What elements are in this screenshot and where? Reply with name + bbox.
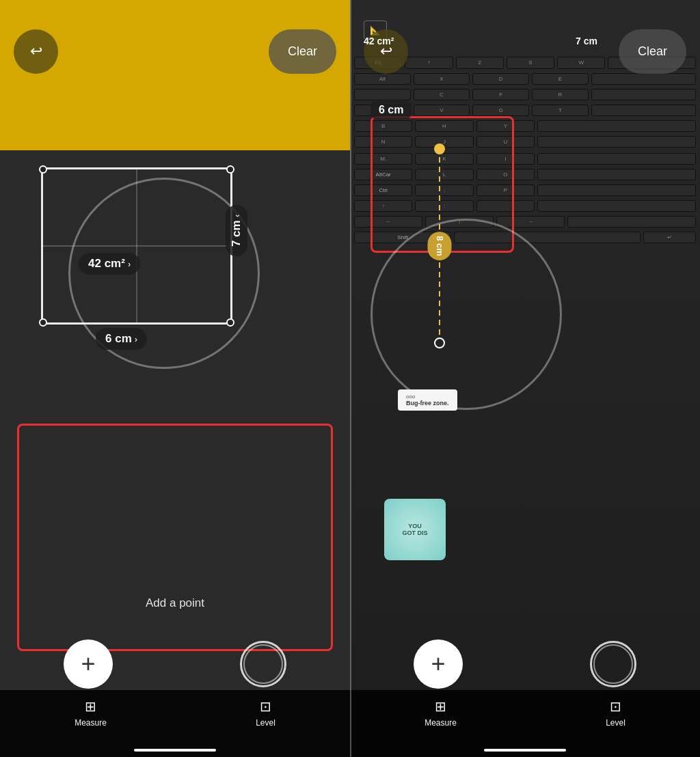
right-nav-indicator bbox=[484, 749, 566, 752]
line-dot-top bbox=[434, 143, 445, 154]
right-screen: Fn ↑ ZS W AltX DE C FR V GT bbox=[350, 0, 700, 757]
left-nav-measure[interactable]: ⊞ Measure bbox=[75, 698, 107, 728]
left-top-bar: ↩ Clear bbox=[0, 0, 350, 82]
left-add-button[interactable]: + bbox=[64, 639, 113, 689]
right-bottom-nav: ⊞ Measure ⊡ Level bbox=[350, 690, 700, 757]
screen-divider bbox=[350, 0, 351, 757]
left-nav-level[interactable]: ⊡ Level bbox=[256, 698, 275, 728]
left-nav-indicator bbox=[134, 749, 216, 752]
right-line-measure-label: 8 cm bbox=[428, 232, 452, 260]
level-icon: ⊡ bbox=[260, 698, 271, 715]
left-nav-measure-label: Measure bbox=[75, 718, 107, 728]
right-crosshair bbox=[371, 219, 562, 410]
left-width-label[interactable]: 7 cm ‹ bbox=[226, 205, 247, 256]
measure-icon: ⊞ bbox=[85, 698, 96, 715]
right-nav-measure-label: Measure bbox=[425, 718, 457, 728]
left-bottom-nav: ⊞ Measure ⊡ Level bbox=[0, 690, 350, 757]
right-shutter-inner bbox=[593, 644, 633, 684]
right-add-button[interactable]: + bbox=[414, 639, 463, 689]
shutter-inner bbox=[243, 644, 283, 684]
right-nav-level-label: Level bbox=[606, 718, 625, 728]
right-shutter-button[interactable] bbox=[590, 641, 636, 687]
corner-tr bbox=[226, 165, 234, 174]
left-bottom-controls: + bbox=[0, 639, 350, 689]
right-nav-level[interactable]: ⊡ Level bbox=[606, 698, 625, 728]
height-chevron: › bbox=[135, 334, 137, 344]
left-red-rect bbox=[17, 424, 333, 651]
width-chevron: ‹ bbox=[232, 215, 242, 217]
left-shutter-button[interactable] bbox=[240, 641, 286, 687]
corner-tl bbox=[39, 165, 47, 174]
left-area-label[interactable]: 42 cm² › bbox=[79, 253, 140, 275]
right-measure-icon: ⊞ bbox=[435, 698, 446, 715]
left-add-point-text: Add a point bbox=[146, 596, 204, 610]
right-level-icon: ⊡ bbox=[610, 698, 621, 715]
left-back-button[interactable]: ↩ bbox=[14, 29, 58, 74]
area-chevron: › bbox=[128, 259, 131, 269]
right-top-area-label: 42 cm² bbox=[364, 36, 394, 46]
box-cross-v bbox=[137, 169, 137, 322]
left-measure-box bbox=[41, 167, 232, 325]
left-screen: ↩ Clear 42 cm² › 7 cm ‹ 6 cm › bbox=[0, 0, 350, 757]
sticker-anime: YOUGOT DIS bbox=[384, 499, 446, 560]
left-height-label[interactable]: 6 cm › bbox=[96, 328, 147, 350]
line-dot-bottom bbox=[434, 338, 445, 348]
right-6cm-label[interactable]: 6 cm bbox=[371, 101, 412, 119]
right-clear-button[interactable]: Clear bbox=[619, 29, 686, 74]
right-top-width-label: 7 cm bbox=[576, 36, 597, 46]
right-measure-line: 8 cm bbox=[439, 143, 440, 348]
corner-bl bbox=[39, 318, 47, 327]
right-nav-measure[interactable]: ⊞ Measure bbox=[425, 698, 457, 728]
left-clear-button[interactable]: Clear bbox=[269, 29, 336, 74]
right-bottom-controls: + bbox=[350, 639, 700, 689]
corner-br bbox=[226, 318, 234, 327]
left-nav-level-label: Level bbox=[256, 718, 275, 728]
sticker-bug-free: ooo Bug-free zone. bbox=[398, 389, 457, 411]
right-top-bar: ↩ Clear bbox=[350, 0, 700, 82]
